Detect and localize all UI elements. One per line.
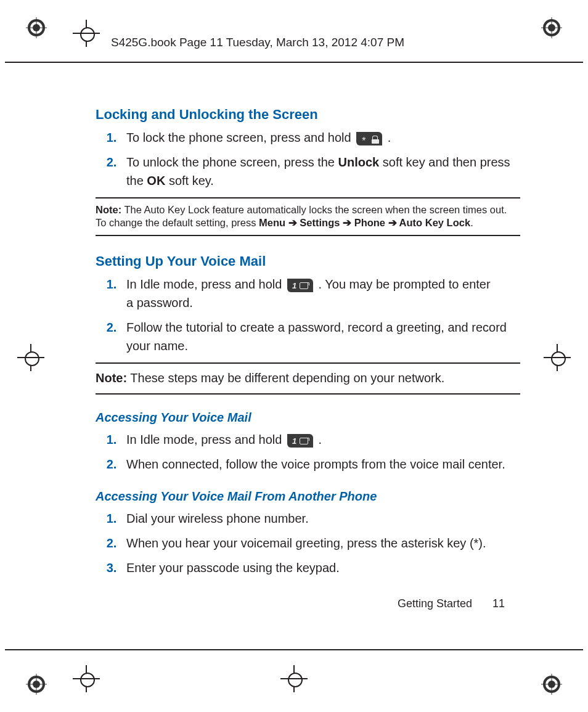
list-item: To unlock the phone screen, press the Un… xyxy=(120,153,520,190)
body-text: soft key. xyxy=(165,174,214,187)
note-text: . xyxy=(470,217,473,228)
list-item: Follow the tutorial to create a password… xyxy=(120,318,520,355)
crop-mark-icon xyxy=(26,674,47,695)
star-key-icon xyxy=(356,132,382,145)
arrow-text: ➔ xyxy=(340,217,354,228)
crop-mark-icon xyxy=(26,17,47,38)
bold-text: Menu xyxy=(259,217,285,228)
list-item: When connected, follow the voice prompts… xyxy=(120,455,520,473)
note-box: Note: The Auto Key Lock feature automati… xyxy=(96,197,520,236)
subsection-heading: Accessing Your Voice Mail From Another P… xyxy=(96,487,520,505)
body-text: Dial your wireless phone number. xyxy=(126,512,309,525)
note-label: Note: xyxy=(96,204,121,215)
crop-mark-icon xyxy=(541,674,562,695)
one-key-icon xyxy=(287,279,313,292)
subsection-heading: Accessing Your Voice Mail xyxy=(96,408,520,427)
list-item: When you hear your voicemail greeting, p… xyxy=(120,534,520,552)
bold-text: Unlock xyxy=(338,155,380,169)
bold-text: Phone xyxy=(354,217,385,228)
arrow-text: ➔ xyxy=(385,217,399,228)
one-key-icon xyxy=(287,434,313,448)
section-heading: Locking and Unlocking the Screen xyxy=(96,104,520,125)
page-footer: Getting Started 11 xyxy=(398,597,505,610)
body-text: In Idle mode, press and hold xyxy=(126,433,285,446)
list-item: Dial your wireless phone number. xyxy=(120,509,520,528)
body-text: Enter your passcode using the keypad. xyxy=(126,561,340,575)
body-text: . xyxy=(388,131,391,144)
page-content: Locking and Unlocking the Screen To lock… xyxy=(96,89,520,583)
list-item: To lock the phone screen, press and hold… xyxy=(120,128,520,147)
crosshair-icon xyxy=(73,20,100,47)
page-number: 11 xyxy=(492,597,505,610)
body-text: Follow the tutorial to create a password… xyxy=(126,321,507,353)
list-item: In Idle mode, press and hold . You may b… xyxy=(120,275,520,312)
crosshair-icon xyxy=(73,665,100,692)
note-text: These steps may be different depending o… xyxy=(127,371,444,385)
chapter-name: Getting Started xyxy=(398,597,472,610)
section-heading: Setting Up Your Voice Mail xyxy=(96,251,520,271)
list-item: In Idle mode, press and hold . xyxy=(120,430,520,449)
body-text: In Idle mode, press and hold xyxy=(126,277,285,291)
list-item: Enter your passcode using the keypad. xyxy=(120,559,520,577)
arrow-text: ➔ xyxy=(285,217,300,228)
body-text: When connected, follow the voice prompts… xyxy=(126,457,505,471)
note-label: Note: xyxy=(96,371,127,385)
body-text: To lock the phone screen, press and hold xyxy=(126,131,354,144)
body-text: When you hear your voicemail greeting, p… xyxy=(126,536,486,550)
bold-text: Auto Key Lock xyxy=(399,217,471,228)
body-text: To unlock the phone screen, press the xyxy=(126,155,338,169)
crop-mark-icon xyxy=(541,17,562,38)
page-header: S425G.book Page 11 Tuesday, March 13, 20… xyxy=(111,36,404,49)
body-text: . xyxy=(319,433,322,446)
bold-text: Settings xyxy=(300,217,340,228)
note-box: Note: These steps may be different depen… xyxy=(96,362,520,395)
crosshair-icon xyxy=(280,665,308,692)
bold-text: OK xyxy=(147,174,165,187)
